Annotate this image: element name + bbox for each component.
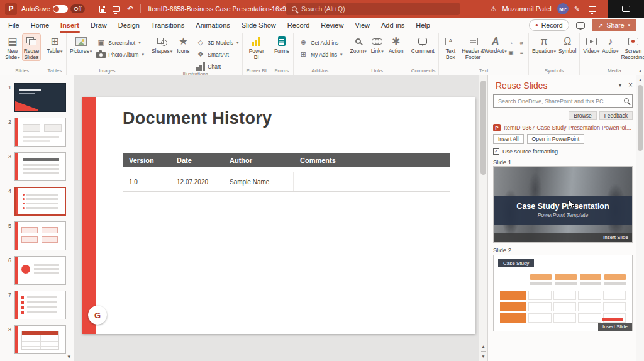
tab-record[interactable]: Record — [282, 18, 315, 33]
pane-chevron-down-icon[interactable]: ▾ — [619, 82, 621, 88]
share-button[interactable]: ↗ Share ▾ — [592, 19, 636, 31]
document-history-table[interactable]: Version Date Author Comments 1.0 12.07.2… — [123, 153, 450, 192]
tab-slide-show[interactable]: Slide Show — [236, 18, 282, 33]
feedback-button[interactable]: Feedback — [599, 111, 633, 120]
pane-close-icon[interactable]: × — [628, 81, 633, 89]
panel-scroll-chevron-icon[interactable]: ▾ — [67, 353, 70, 360]
slide-thumbnail-7[interactable]: 7 — [0, 291, 70, 319]
tab-design[interactable]: Design — [113, 18, 145, 33]
slide-thumb-image[interactable] — [14, 291, 66, 319]
display-settings-icon[interactable] — [587, 3, 598, 14]
zoom-button[interactable]: Zoom▾ — [349, 33, 368, 55]
slide-thumbnail-8[interactable]: 8 — [0, 325, 70, 354]
canvas-scrollbar[interactable]: ▲ ▼ — [479, 75, 487, 361]
current-slide[interactable]: Document History Version Date Author Com… — [82, 97, 475, 334]
use-source-formatting-row[interactable]: ✓ Use source formatting — [493, 148, 558, 155]
slide-thumb-image[interactable] — [14, 152, 66, 181]
slide-number-icon[interactable]: # — [517, 39, 526, 47]
tab-transitions[interactable]: Transitions — [145, 18, 190, 33]
browse-button[interactable]: Browse — [569, 111, 596, 120]
source-file-row[interactable]: P ItemID-9367-Case-Study-Presentation-Po… — [493, 124, 634, 131]
tab-animations[interactable]: Animations — [190, 18, 235, 33]
tab-insert[interactable]: Insert — [55, 18, 85, 33]
my-add-ins-button[interactable]: ⊞ My Add-ins ▾ — [297, 50, 345, 59]
screenshot-button[interactable]: ▣ Screenshot ▾ — [94, 38, 146, 47]
present-icon[interactable] — [111, 3, 122, 14]
pane-scrollbar-thumb[interactable] — [638, 85, 643, 151]
action-button[interactable]: ✱ Action — [387, 33, 406, 55]
date-time-icon[interactable]: ◔ — [506, 39, 516, 47]
slide-thumb-image-selected[interactable] — [14, 187, 66, 216]
tab-add-ins[interactable]: Add-ins — [375, 18, 410, 33]
pictures-button[interactable]: Pictures▾ — [69, 33, 93, 55]
use-source-checkbox[interactable]: ✓ — [493, 148, 499, 155]
slide-thumbnail-1[interactable]: 1 — [0, 83, 70, 112]
slide-thumb-image[interactable] — [14, 256, 66, 285]
save-icon[interactable] — [97, 3, 108, 14]
tab-draw[interactable]: Draw — [85, 18, 113, 33]
link-button[interactable]: Link▾ — [368, 33, 387, 55]
tab-view[interactable]: View — [349, 18, 375, 33]
reuse-search-input[interactable] — [493, 94, 633, 108]
pane-scrollbar[interactable]: ▲ — [636, 75, 644, 361]
audio-button[interactable]: ♪ Audio▾ — [601, 33, 619, 55]
insert-slide-chip[interactable]: Insert Slide — [598, 323, 632, 331]
3d-models-button[interactable]: ◇ 3D Models ▾ — [194, 38, 240, 47]
table-button[interactable]: ⊞ Table▾ — [45, 33, 64, 55]
tab-home[interactable]: Home — [25, 18, 55, 33]
slide-thumb-image[interactable] — [14, 83, 66, 112]
powerpoint-logo-icon[interactable]: P — [5, 3, 17, 15]
alert-icon[interactable]: ⚠ — [491, 5, 497, 13]
insert-slide-bar[interactable]: Insert Slide — [494, 233, 632, 242]
slide-thumbnail-5[interactable]: 5 — [0, 221, 70, 250]
pencil-icon[interactable]: ✎ — [574, 5, 580, 13]
forms-button[interactable]: Forms — [272, 33, 291, 55]
next-slide-button[interactable]: ▼ — [481, 354, 485, 358]
search-icon[interactable] — [624, 98, 629, 103]
open-in-powerpoint-button[interactable]: Open in PowerPoint — [527, 134, 585, 144]
tab-file[interactable]: File — [3, 18, 25, 33]
shapes-button[interactable]: Shapes▾ — [150, 33, 174, 55]
previous-slide-button[interactable]: ▲ — [481, 344, 485, 348]
header-footer-button[interactable]: Header & Footer — [460, 33, 486, 61]
scroll-up-icon[interactable]: ▲ — [636, 77, 644, 82]
equation-button[interactable]: π Equation▾ — [531, 33, 557, 55]
tab-help[interactable]: Help — [410, 18, 436, 33]
lines-icon[interactable]: ≡ — [517, 48, 526, 57]
chart-button[interactable]: Chart — [194, 62, 240, 71]
slide-thumbnail-6[interactable]: 6 — [0, 256, 70, 285]
slide-thumbnail-3[interactable]: 3 — [0, 152, 70, 181]
symbol-button[interactable]: Ω Symbol — [557, 33, 577, 55]
slide-thumb-image[interactable] — [14, 221, 66, 250]
new-slide-button[interactable]: ▤ New Slide▾ — [3, 33, 22, 61]
comments-icon[interactable] — [576, 22, 585, 29]
autosave-switch[interactable] — [53, 5, 68, 13]
smartart-button[interactable]: ❖ SmartArt — [194, 50, 240, 59]
avatar[interactable]: MP — [557, 3, 569, 14]
wordart-button[interactable]: A WordArt▾ — [486, 33, 505, 55]
icons-button[interactable]: ★ Icons — [174, 33, 192, 55]
slide-thumb-image[interactable] — [14, 118, 66, 147]
slide-title[interactable]: Document History — [123, 109, 272, 133]
video-button[interactable]: Video▾ — [582, 33, 601, 55]
photo-album-button[interactable]: Photo Album ▾ — [94, 50, 146, 59]
text-box-button[interactable]: Text Box — [441, 33, 460, 61]
collapse-ribbon-button[interactable]: ▴ — [639, 68, 641, 74]
reuse-slide-2-thumbnail[interactable]: Case Study Insert Slide — [493, 255, 633, 331]
object-icon[interactable]: ▣ — [506, 48, 516, 57]
titlebar-search[interactable]: Search (Alt+Q) — [286, 3, 460, 15]
canvas-scrollbar-thumb[interactable] — [480, 81, 486, 175]
window-controls[interactable] — [608, 0, 644, 18]
get-add-ins-button[interactable]: ⊕ Get Add-ins — [297, 38, 345, 47]
power-bi-button[interactable]: Power BI — [245, 33, 267, 61]
record-button[interactable]: ● Record — [529, 19, 569, 31]
autosave-toggle[interactable]: AutoSave Off — [21, 4, 85, 13]
slide-thumbnail-4[interactable]: 4 — [0, 187, 70, 216]
slide-thumbnail-2[interactable]: 2 — [0, 118, 70, 147]
undo-icon[interactable]: ↶ — [125, 3, 136, 14]
reuse-slide-1-thumbnail[interactable]: Case Study Presentation PowerPoint Templ… — [493, 166, 633, 243]
screen-recording-button[interactable]: Screen Recording — [619, 33, 644, 61]
comment-button[interactable]: Comment — [410, 33, 436, 55]
reuse-slides-button[interactable]: Reuse Slides — [22, 33, 41, 61]
tab-review[interactable]: Review — [315, 18, 349, 33]
